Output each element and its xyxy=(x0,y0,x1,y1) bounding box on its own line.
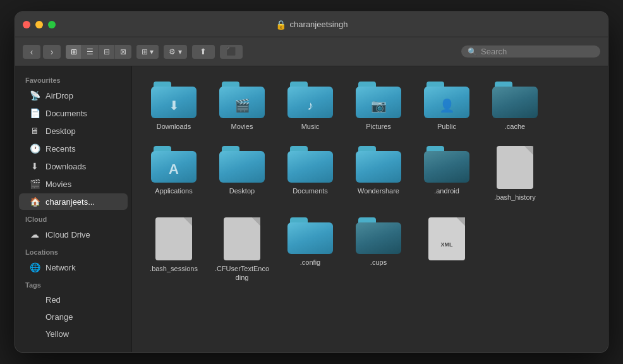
file-name-public: Public xyxy=(437,122,456,131)
applications-folder-icon: A xyxy=(151,146,197,183)
traffic-lights xyxy=(23,21,56,28)
favourites-label: Favourites xyxy=(15,71,131,87)
file-item-bash-history[interactable]: .bash_history xyxy=(483,141,547,207)
file-item-cfuser[interactable]: .CFUserTextEncoding xyxy=(210,212,274,288)
action-button[interactable]: ⚙ ▾ xyxy=(164,45,186,59)
forward-button[interactable]: › xyxy=(43,45,61,59)
sidebar-item-downloads[interactable]: ⬇ Downloads xyxy=(19,158,128,174)
sidebar-item-documents[interactable]: 📄 Documents xyxy=(19,105,128,121)
sidebar-item-desktop[interactable]: 🖥 Desktop xyxy=(19,123,128,139)
sidebar-item-tag-red[interactable]: Red xyxy=(19,292,128,308)
sidebar-label-tag-red: Red xyxy=(45,295,61,305)
file-item-public[interactable]: 👤 Public xyxy=(415,76,478,136)
file-item-movies[interactable]: 🎬 Movies xyxy=(210,76,274,136)
file-item-xml[interactable]: XML xyxy=(415,212,478,288)
minimize-button[interactable] xyxy=(35,21,43,28)
network-icon: 🌐 xyxy=(29,262,40,272)
search-input[interactable] xyxy=(481,47,594,56)
sidebar-item-airdrop[interactable]: 📡 AirDrop xyxy=(19,87,128,104)
sidebar-label-documents: Documents xyxy=(45,109,87,118)
icon-view-button[interactable]: ⊞ xyxy=(66,45,82,59)
file-name-cups: .cups xyxy=(370,258,387,267)
desktop-folder-icon xyxy=(219,146,265,183)
file-name-bash-history: .bash_history xyxy=(494,193,535,202)
file-name-downloads: Downloads xyxy=(157,122,191,131)
file-name-config: .config xyxy=(300,258,320,267)
wondershare-folder-icon xyxy=(356,146,401,183)
sidebar-item-recents[interactable]: 🕐 Recents xyxy=(19,140,128,157)
icloud-icon: ☁ xyxy=(29,229,40,240)
cache-folder-icon xyxy=(492,82,538,118)
arrange-button[interactable]: ⊞ ▾ xyxy=(136,45,159,59)
movies-icon: 🎬 xyxy=(29,179,40,189)
title-lock-icon: 🔒 xyxy=(275,20,286,30)
file-item-bash-sessions[interactable]: .bash_sessions xyxy=(142,212,205,288)
file-item-config[interactable]: .config xyxy=(279,212,342,288)
file-item-cups[interactable]: .cups xyxy=(347,212,410,288)
share-button[interactable]: ⬆ xyxy=(192,45,215,59)
gallery-view-button[interactable]: ⊠ xyxy=(115,45,131,59)
sidebar-label-network: Network xyxy=(45,263,76,272)
maximize-button[interactable] xyxy=(48,21,56,28)
sidebar-item-network[interactable]: 🌐 Network xyxy=(19,259,128,276)
sidebar-item-tag-yellow[interactable]: Yellow xyxy=(19,326,128,342)
bash-history-icon xyxy=(497,146,533,189)
file-item-desktop[interactable]: Desktop xyxy=(210,141,274,207)
icloud-label: iCloud xyxy=(15,210,131,226)
xml-label: XML xyxy=(441,241,453,248)
toolbar: ‹ › ⊞ ☰ ⊟ ⊠ ⊞ ▾ ⚙ ▾ ⬆ ⬛ 🔍 xyxy=(15,37,608,66)
file-item-android[interactable]: .android xyxy=(415,141,478,207)
file-item-cache[interactable]: .cache xyxy=(483,76,547,136)
finder-window: 🔒 charanjeetsingh ‹ › ⊞ ☰ ⊟ ⊠ ⊞ ▾ ⚙ ▾ ⬆ … xyxy=(15,11,608,353)
arrange-group: ⊞ ▾ xyxy=(136,45,159,59)
file-name-documents: Documents xyxy=(293,186,328,195)
sidebar-item-movies[interactable]: 🎬 Movies xyxy=(19,176,128,192)
documents-icon: 📄 xyxy=(29,108,40,118)
close-button[interactable] xyxy=(23,21,30,28)
nav-buttons: ‹ › xyxy=(23,45,61,59)
sidebar-item-home[interactable]: 🏠 charanjeets... xyxy=(19,193,128,210)
file-name-music: Music xyxy=(301,122,320,131)
sidebar-label-desktop: Desktop xyxy=(45,126,76,136)
home-icon: 🏠 xyxy=(29,197,40,207)
column-view-button[interactable]: ⊟ xyxy=(99,45,115,59)
locations-label: Locations xyxy=(15,243,131,258)
tags-label: Tags xyxy=(15,276,131,291)
cfuser-icon xyxy=(224,217,260,260)
sidebar-label-tag-yellow: Yellow xyxy=(45,329,69,339)
downloads-folder-icon: ⬇ xyxy=(151,82,197,118)
sidebar-label-downloads: Downloads xyxy=(45,162,86,171)
back-button[interactable]: ‹ xyxy=(23,45,40,59)
sidebar-label-movies: Movies xyxy=(45,179,71,189)
file-name-applications: Applications xyxy=(155,186,192,195)
file-item-pictures[interactable]: 📷 Pictures xyxy=(347,76,410,136)
main-content: Favourites 📡 AirDrop 📄 Documents 🖥 Deskt… xyxy=(15,66,608,352)
file-name-wondershare: Wondershare xyxy=(358,186,399,195)
file-name-cache: .cache xyxy=(505,122,525,131)
music-folder-icon: ♪ xyxy=(287,82,333,118)
sidebar-item-tag-orange[interactable]: Orange xyxy=(19,309,128,325)
public-folder-icon: 👤 xyxy=(424,82,469,118)
file-item-documents[interactable]: Documents xyxy=(279,141,342,207)
desktop-icon: 🖥 xyxy=(29,126,40,136)
file-name-movies: Movies xyxy=(231,122,253,131)
recents-icon: 🕐 xyxy=(29,143,40,154)
airdrop-icon: 📡 xyxy=(29,90,40,100)
titlebar: 🔒 charanjeetsingh xyxy=(15,12,608,37)
file-item-downloads[interactable]: ⬇ Downloads xyxy=(142,76,205,136)
sidebar-item-icloud[interactable]: ☁ iCloud Drive xyxy=(19,226,128,243)
list-view-button[interactable]: ☰ xyxy=(82,45,99,59)
file-item-wondershare[interactable]: Wondershare xyxy=(347,141,410,207)
search-box[interactable]: 🔍 xyxy=(461,46,600,58)
file-item-music[interactable]: ♪ Music xyxy=(279,76,342,136)
sidebar-label-airdrop: AirDrop xyxy=(45,91,73,100)
pictures-folder-icon: 📷 xyxy=(356,82,401,118)
movies-folder-icon: 🎬 xyxy=(219,82,265,118)
android-folder-icon xyxy=(424,146,469,183)
search-icon: 🔍 xyxy=(468,47,477,56)
bash-sessions-icon xyxy=(155,217,192,260)
tag-button[interactable]: ⬛ xyxy=(220,45,243,59)
file-name-desktop: Desktop xyxy=(229,186,255,195)
file-item-applications[interactable]: A Applications xyxy=(142,141,205,207)
file-name-bash-sessions: .bash_sessions xyxy=(150,264,198,273)
